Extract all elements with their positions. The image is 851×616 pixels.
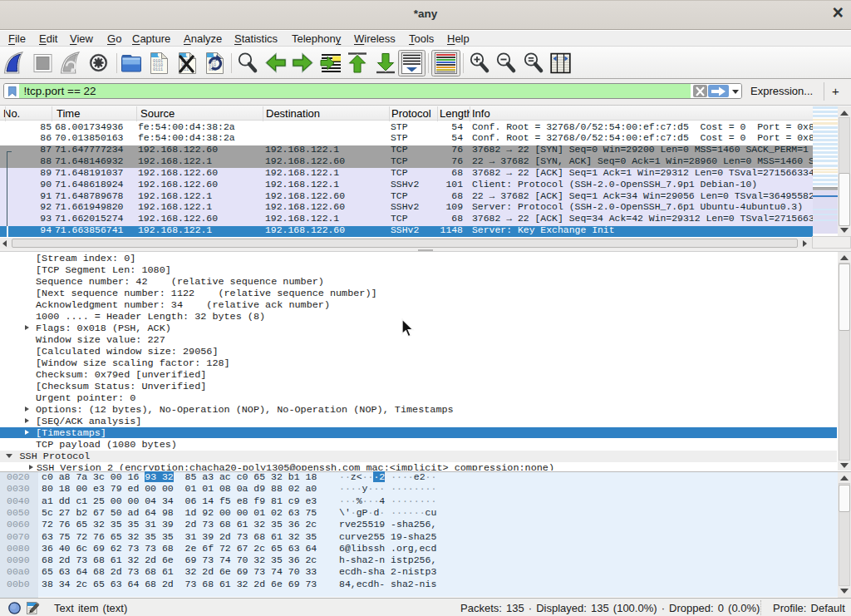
svg-text:0111: 0111 (153, 67, 163, 72)
